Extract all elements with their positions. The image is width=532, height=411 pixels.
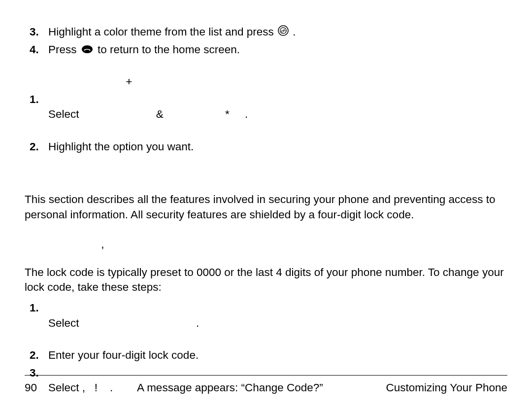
- list-number: 2.: [25, 139, 48, 154]
- text-fragment: Highlight a color theme from the list an…: [48, 26, 277, 38]
- text-fragment: Press: [48, 43, 80, 56]
- list-item: 3. Highlight a color theme from the list…: [25, 25, 507, 40]
- list-item: 2. Enter your four-digit lock code.: [25, 348, 507, 363]
- section-heading: aaaaaaaaaaaa,: [25, 237, 507, 252]
- list-number: 1.: [25, 92, 48, 137]
- list-text: Highlight a color theme from the list an…: [48, 25, 507, 40]
- text-fragment: .: [245, 108, 248, 120]
- section-heading: aaaaaaaaaaaaaaaa+: [25, 74, 507, 89]
- list-item: 2. Highlight the option you want.: [25, 139, 507, 154]
- text-fragment: *: [225, 108, 230, 120]
- body-paragraph: This section describes all the features …: [25, 192, 507, 222]
- text-fragment: to return to the home screen.: [95, 43, 240, 56]
- list-text: Select .: [48, 301, 507, 345]
- list-text: Highlight the option you want.: [48, 139, 507, 154]
- text-fragment: Select: [48, 108, 79, 120]
- list-item: 1. Select & * .: [25, 92, 507, 137]
- text-fragment: Select: [48, 317, 79, 329]
- list-number: 3.: [25, 25, 48, 40]
- text-fragment: &: [156, 108, 164, 120]
- list-text: Enter your four-digit lock code.: [48, 348, 507, 363]
- page-footer: 90 Customizing Your Phone: [25, 375, 507, 395]
- list-text: Press to return to the home screen.: [48, 42, 507, 58]
- heading-symbol: ,: [101, 238, 104, 250]
- end-call-icon: [81, 43, 93, 58]
- text-fragment: .: [196, 317, 199, 329]
- list-number: 2.: [25, 348, 48, 363]
- footer-title: Customizing Your Phone: [386, 380, 507, 395]
- list-number: 4.: [25, 42, 48, 58]
- page-number: 90: [25, 380, 37, 395]
- list-text: Select & * .: [48, 92, 507, 137]
- body-paragraph: The lock code is typically preset to 000…: [25, 265, 507, 295]
- heading-symbol: +: [126, 75, 132, 88]
- text-fragment: .: [290, 26, 296, 38]
- ok-button-icon: OK: [278, 25, 289, 40]
- list-item: 1. Select .: [25, 301, 507, 345]
- footer-divider: [25, 375, 507, 376]
- list-number: 1.: [25, 301, 48, 345]
- list-item: 4. Press to return to the home screen.: [25, 42, 507, 58]
